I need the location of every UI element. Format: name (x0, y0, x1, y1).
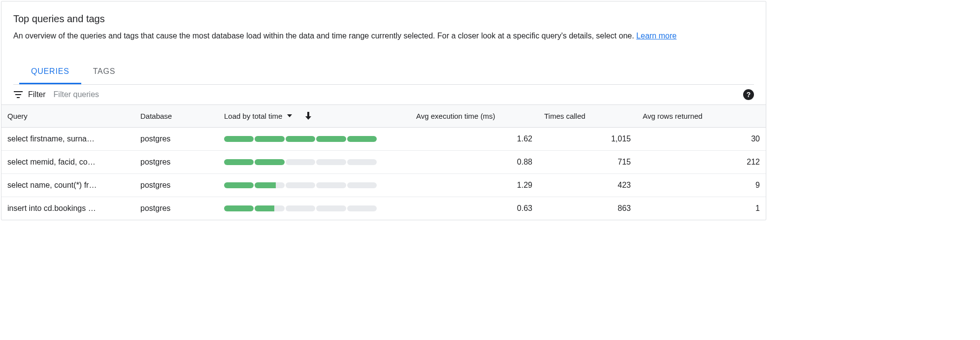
cell-rows-returned: 30 (637, 127, 766, 150)
cell-times-called: 1,015 (538, 127, 637, 150)
col-exec-time[interactable]: Avg execution time (ms) (410, 105, 538, 128)
cell-load (218, 127, 410, 150)
load-segment (255, 159, 284, 165)
queries-table: Query Database Load by total time Avg ex… (1, 105, 766, 220)
table-row[interactable]: select name, count(*) fr…postgres1.29423… (1, 173, 766, 197)
col-query[interactable]: Query (1, 105, 134, 128)
cell-times-called: 423 (538, 173, 637, 197)
table-header-row: Query Database Load by total time Avg ex… (1, 105, 766, 128)
dropdown-arrow-icon (287, 114, 292, 117)
load-bar (224, 136, 377, 142)
load-segment (286, 136, 315, 142)
load-segment (347, 205, 377, 211)
panel-description: An overview of the queries and tags that… (13, 30, 754, 42)
table-row[interactable]: insert into cd.bookings …postgres0.63863… (1, 197, 766, 220)
cell-exec-time: 0.88 (410, 150, 538, 173)
load-segment (286, 159, 315, 165)
load-segment (224, 205, 254, 211)
filter-icon (13, 90, 23, 100)
cell-rows-returned: 212 (637, 150, 766, 173)
load-segment (255, 205, 284, 211)
sort-descending-icon (305, 112, 312, 120)
col-rows-returned[interactable]: Avg rows returned (637, 105, 766, 128)
load-segment (316, 205, 346, 211)
table-body: select firstname, surna…postgres1.621,01… (1, 127, 766, 220)
load-bar (224, 205, 377, 211)
cell-query: select name, count(*) fr… (1, 173, 134, 197)
cell-database: postgres (134, 173, 218, 197)
panel-title: Top queries and tags (13, 13, 754, 25)
cell-database: postgres (134, 197, 218, 220)
load-segment (224, 159, 254, 165)
cell-exec-time: 1.62 (410, 127, 538, 150)
load-bar (224, 182, 377, 188)
cell-query: insert into cd.bookings … (1, 197, 134, 220)
cell-exec-time: 1.29 (410, 173, 538, 197)
cell-rows-returned: 1 (637, 197, 766, 220)
cell-database: postgres (134, 127, 218, 150)
top-queries-panel: Top queries and tags An overview of the … (1, 1, 766, 220)
load-segment (286, 182, 315, 188)
cell-database: postgres (134, 150, 218, 173)
col-times-called[interactable]: Times called (538, 105, 637, 128)
col-load-label: Load by total time (224, 112, 282, 120)
col-load[interactable]: Load by total time (218, 105, 410, 128)
load-segment (255, 182, 284, 188)
cell-query: select firstname, surna… (1, 127, 134, 150)
cell-load (218, 197, 410, 220)
table-row[interactable]: select memid, facid, co…postgres0.887152… (1, 150, 766, 173)
cell-rows-returned: 9 (637, 173, 766, 197)
load-segment (286, 205, 315, 211)
load-segment (224, 182, 254, 188)
description-text: An overview of the queries and tags that… (13, 32, 636, 40)
load-segment (316, 159, 346, 165)
load-bar (224, 159, 377, 165)
load-segment (224, 136, 254, 142)
tab-tags[interactable]: Tags (81, 60, 128, 84)
load-segment (347, 159, 377, 165)
tab-queries[interactable]: Queries (19, 60, 81, 84)
cell-exec-time: 0.63 (410, 197, 538, 220)
col-database[interactable]: Database (134, 105, 218, 128)
filter-bar: Filter ? (1, 85, 766, 105)
filter-label: Filter (28, 90, 46, 99)
cell-times-called: 863 (538, 197, 637, 220)
cell-times-called: 715 (538, 150, 637, 173)
help-icon[interactable]: ? (743, 89, 754, 100)
cell-query: select memid, facid, co… (1, 150, 134, 173)
load-segment (316, 182, 346, 188)
load-segment (347, 136, 377, 142)
cell-load (218, 150, 410, 173)
load-segment (316, 136, 346, 142)
panel-header: Top queries and tags An overview of the … (1, 1, 766, 85)
load-segment (255, 136, 284, 142)
cell-load (218, 173, 410, 197)
filter-input[interactable] (54, 90, 754, 99)
tabs: Queries Tags (13, 60, 754, 85)
learn-more-link[interactable]: Learn more (636, 32, 677, 40)
load-segment (347, 182, 377, 188)
table-row[interactable]: select firstname, surna…postgres1.621,01… (1, 127, 766, 150)
